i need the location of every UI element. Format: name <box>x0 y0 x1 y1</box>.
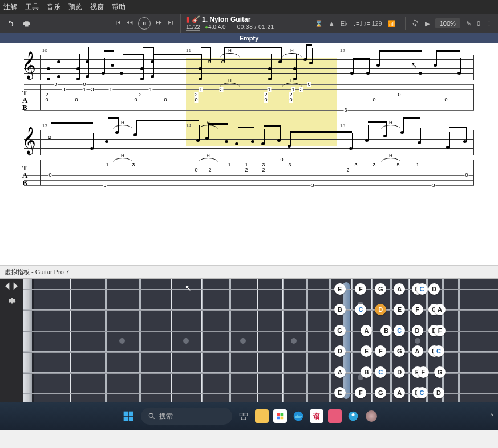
start-button[interactable] <box>120 408 136 424</box>
fret-note[interactable]: B <box>361 366 372 378</box>
fret-note[interactable]: D <box>394 366 405 378</box>
fret-note[interactable]: G <box>394 345 405 357</box>
fret-note[interactable]: F <box>418 366 429 378</box>
loop-icon[interactable] <box>411 19 419 28</box>
pen-icon[interactable]: ✎ <box>466 20 471 27</box>
fret-note[interactable]: C <box>433 345 444 357</box>
fret-note[interactable]: B <box>334 304 346 315</box>
nav-arrows-icon[interactable] <box>5 282 18 292</box>
fret-note[interactable]: A <box>434 304 446 315</box>
mouse-cursor: ↖ <box>411 60 418 70</box>
task-view-icon[interactable] <box>237 409 250 423</box>
svg-rect-11 <box>280 417 283 420</box>
toolbar: ▮🎸1. Nylon Guitar 11/22 ●4.0:4.0 00:38 /… <box>0 14 498 33</box>
transport-controls: ▮🎸1. Nylon Guitar 11/22 ●4.0:4.0 00:38 /… <box>114 14 279 33</box>
svg-rect-6 <box>244 413 247 416</box>
fret-note[interactable]: C <box>416 387 428 398</box>
windows-taskbar: 搜索 谱 ^ <box>0 402 498 430</box>
menu-view[interactable]: 视窗 <box>90 2 104 12</box>
svg-rect-0 <box>123 412 128 416</box>
rewind-icon[interactable] <box>126 19 133 28</box>
key-display: E♭ <box>341 20 347 27</box>
print-icon[interactable] <box>22 19 31 28</box>
skip-start-icon[interactable] <box>114 19 122 28</box>
tempo-sig: 4.0:4.0 <box>208 24 226 30</box>
svg-rect-3 <box>128 417 133 421</box>
svg-rect-10 <box>277 417 280 420</box>
forward-icon[interactable] <box>155 19 163 28</box>
fret-note[interactable]: F <box>375 345 386 357</box>
fret-note[interactable]: E <box>394 304 405 315</box>
svg-rect-8 <box>277 413 280 416</box>
svg-rect-5 <box>240 413 243 416</box>
fretboard-side-controls <box>0 279 23 402</box>
svg-rect-9 <box>280 413 283 416</box>
bpm-value: 129 <box>371 20 382 27</box>
fret-note[interactable]: E <box>334 283 346 295</box>
track-title: 1. Nylon Guitar <box>202 16 250 23</box>
fret-note[interactable]: G <box>434 366 446 378</box>
hourglass-icon[interactable]: ⌛ <box>315 20 323 27</box>
fret-note[interactable]: C <box>375 366 386 378</box>
fret-note[interactable]: D <box>334 345 346 357</box>
fret-note[interactable]: D <box>375 304 386 315</box>
fret-note[interactable]: C <box>355 304 366 315</box>
app-icon-3[interactable] <box>346 409 360 423</box>
fret-note[interactable]: G <box>334 325 346 336</box>
system-tray[interactable]: ^ <box>490 412 493 420</box>
skip-end-icon[interactable] <box>167 19 175 28</box>
edge-icon[interactable] <box>291 409 305 423</box>
mouse-cursor: ↖ <box>185 283 192 292</box>
fret-note[interactable]: A <box>394 283 405 295</box>
fret-note[interactable]: F <box>355 387 366 398</box>
fret-note[interactable]: C <box>394 325 405 336</box>
speed-icon[interactable]: ▶ <box>425 20 430 27</box>
fret-note[interactable]: A <box>361 325 372 336</box>
fret-note[interactable]: D <box>428 283 440 295</box>
fret-note[interactable]: F <box>434 325 446 336</box>
timecode: 00:38 / 01:21 <box>237 24 274 30</box>
fret-note[interactable]: E <box>334 387 346 398</box>
fretboard-nut <box>23 279 32 402</box>
fretboard[interactable]: ↖ EFGABCDBCDEFGAGABCDEFDEFGABCABCDEFGEFG… <box>23 279 498 402</box>
app-icon-4[interactable] <box>365 409 378 423</box>
menubar: 注解 工具 音乐 预览 视窗 帮助 <box>0 0 498 14</box>
fret-note[interactable]: A <box>334 366 346 378</box>
fret-note[interactable]: A <box>412 345 423 357</box>
explorer-icon[interactable] <box>255 409 269 423</box>
menu-annotate[interactable]: 注解 <box>3 2 17 12</box>
gear-icon[interactable] <box>7 296 16 307</box>
menu-preview[interactable]: 预览 <box>68 2 82 12</box>
taskbar-search[interactable]: 搜索 <box>141 408 232 425</box>
score-area[interactable]: 𝄞101112HHTABHH03200310101201320120031203… <box>0 43 498 266</box>
fretboard-panel: ↖ EFGABCDBCDEFGAGABCDEFDEFGABCABCDEFGEFG… <box>0 278 498 402</box>
menu-help[interactable]: 帮助 <box>112 2 125 12</box>
app-icon-2[interactable] <box>328 409 342 423</box>
bar-counter: 11/22 <box>186 24 200 31</box>
fret-note[interactable]: D <box>433 387 444 398</box>
pen-value: 0 <box>477 20 480 27</box>
svg-point-14 <box>351 413 354 416</box>
metronome-icon[interactable]: ▲ <box>329 20 335 27</box>
fret-note[interactable]: G <box>375 283 386 295</box>
pause-button[interactable] <box>138 17 151 30</box>
fret-note[interactable]: E <box>361 345 372 357</box>
tuner-icon[interactable]: 📶 <box>388 20 396 27</box>
fret-note[interactable]: A <box>394 387 405 398</box>
app-icon-1[interactable]: 谱 <box>310 409 323 423</box>
zoom-level[interactable]: 100% <box>435 18 460 28</box>
svg-rect-7 <box>241 417 246 420</box>
fret-note[interactable]: F <box>355 283 366 295</box>
undo-icon[interactable] <box>6 19 14 28</box>
document-title-strip: Empty <box>0 33 498 43</box>
menu-music[interactable]: 音乐 <box>47 2 60 12</box>
fret-note[interactable]: D <box>412 325 423 336</box>
fret-note[interactable]: C <box>416 283 428 295</box>
store-icon[interactable] <box>273 409 287 423</box>
fret-note[interactable]: B <box>380 325 392 336</box>
fret-note[interactable]: F <box>412 304 423 315</box>
menu-tools[interactable]: 工具 <box>25 2 39 12</box>
search-placeholder: 搜索 <box>159 412 173 421</box>
fret-note[interactable]: G <box>375 387 386 398</box>
options-icon[interactable]: ⋮ <box>486 20 492 27</box>
